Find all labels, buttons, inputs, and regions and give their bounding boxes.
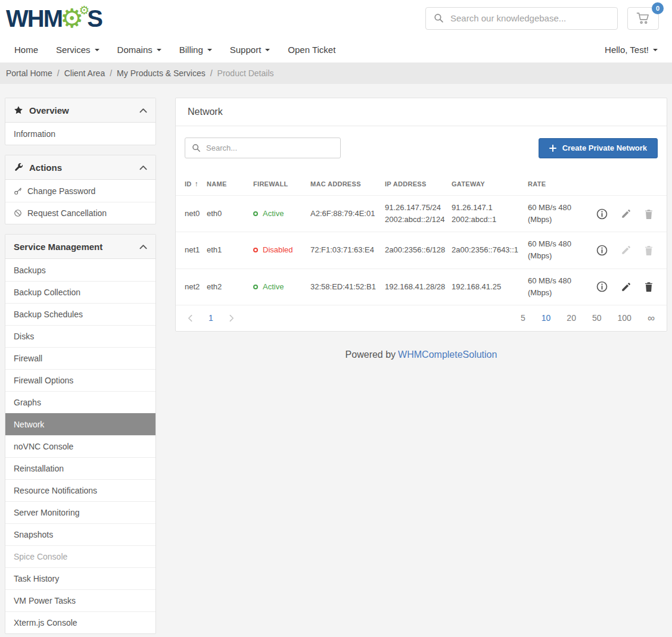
whmcs-logo[interactable]: WHM ⚙ ⚙ S (6, 5, 102, 32)
service-management-panel-header[interactable]: Service Management (5, 235, 155, 259)
nav-home[interactable]: Home (14, 45, 38, 55)
actions-menu: Change Password Request Cancellation (5, 180, 155, 224)
nav-support[interactable]: Support (230, 45, 270, 55)
edit-button[interactable] (621, 282, 631, 292)
breadcrumb-my-products[interactable]: My Products & Services (117, 68, 206, 78)
sidebar-item-resource-notifications[interactable]: Resource Notifications (5, 479, 155, 501)
header-actions: 0 (425, 7, 666, 30)
info-button[interactable] (596, 280, 608, 293)
page-body: Overview Information Actions Change Pass… (0, 84, 672, 637)
overview-panel-header[interactable]: Overview (5, 98, 155, 123)
cell-mac: 32:58:ED:41:52:B1 (310, 268, 385, 305)
sort-asc-icon: ↑ (195, 180, 198, 188)
user-menu[interactable]: Hello, Test! (605, 45, 658, 55)
nav-billing[interactable]: Billing (179, 45, 212, 55)
column-header-ip[interactable]: IP ADDRESS (385, 173, 452, 196)
menu-item-label: noVNC Console (14, 442, 73, 451)
menu-item-label: Reinstallation (14, 464, 64, 473)
sidebar-item-firewall-options[interactable]: Firewall Options (5, 369, 155, 391)
sidebar-item-snapshots[interactable]: Snapshots (5, 523, 155, 545)
page-size-unlimited[interactable]: ∞ (648, 313, 655, 323)
delete-button[interactable] (644, 208, 654, 220)
menu-item-label: Change Password (27, 186, 95, 196)
sidebar-item-backup-collection[interactable]: Backup Collection (5, 281, 155, 303)
breadcrumb-portal-home[interactable]: Portal Home (6, 68, 52, 78)
page-number[interactable]: 1 (209, 313, 213, 323)
service-management-panel: Service Management Backups Backup Collec… (5, 234, 156, 634)
info-button[interactable] (596, 208, 608, 220)
sidebar-item-task-history[interactable]: Task History (5, 567, 155, 589)
actions-panel-header[interactable]: Actions (5, 155, 155, 180)
page-size-20[interactable]: 20 (567, 313, 576, 323)
sidebar-item-disks[interactable]: Disks (5, 325, 155, 347)
sidebar-item-change-password[interactable]: Change Password (5, 180, 155, 202)
edit-button[interactable] (621, 245, 631, 255)
page-size-50[interactable]: 50 (592, 313, 602, 323)
user-menu-label: Hello, Test! (605, 45, 649, 55)
menu-item-label: Resource Notifications (14, 486, 97, 495)
whmcompletesolution-link[interactable]: WHMCompleteSolution (398, 349, 497, 360)
sidebar-item-request-cancellation[interactable]: Request Cancellation (5, 202, 155, 224)
cell-ip: 2a00:2356::6/128 (385, 232, 452, 268)
breadcrumb-client-area[interactable]: Client Area (64, 68, 105, 78)
page-size-options: 5 10 20 50 100 ∞ (521, 313, 655, 323)
prev-page-button[interactable] (188, 314, 192, 322)
sidebar-item-novnc-console[interactable]: noVNC Console (5, 435, 155, 457)
column-header-name[interactable]: NAME (207, 173, 253, 196)
edit-button[interactable] (621, 208, 631, 219)
firewall-status-label: Active (263, 208, 284, 220)
nav-domains[interactable]: Domains (117, 45, 161, 55)
cell-ip: 91.26.147.75/24 2002:abcd::2/124 (385, 196, 452, 232)
plus-icon (549, 145, 556, 152)
sidebar-item-reinstallation[interactable]: Reinstallation (5, 457, 155, 479)
column-header-firewall[interactable]: FIREWALL (253, 173, 310, 196)
menu-item-label: Server Monitoring (14, 508, 80, 517)
cell-firewall: Disabled (253, 232, 310, 268)
delete-button[interactable] (644, 245, 654, 256)
nav-open-ticket[interactable]: Open Ticket (288, 45, 335, 55)
sidebar-item-server-monitoring[interactable]: Server Monitoring (5, 501, 155, 523)
sidebar-item-vm-power-tasks[interactable]: VM Power Tasks (5, 589, 155, 611)
sidebar-item-spice-console[interactable]: Spice Console (5, 545, 155, 567)
menu-item-label: VM Power Tasks (14, 596, 76, 605)
column-label: ID (185, 180, 192, 188)
column-label: IP ADDRESS (385, 180, 427, 188)
create-private-network-button[interactable]: Create Private Network (539, 138, 658, 158)
cell-gateway: 2a00:2356::7643::1 (452, 232, 528, 268)
cell-rate: 60 MB/s 480 (Mbps) (528, 232, 589, 268)
cart-button[interactable]: 0 (627, 7, 659, 30)
info-icon (596, 280, 608, 293)
caret-down-icon (207, 49, 212, 51)
column-header-id[interactable]: ID↑ (176, 173, 207, 196)
sidebar-item-graphs[interactable]: Graphs (5, 391, 155, 413)
page-size-5[interactable]: 5 (521, 313, 525, 323)
menu-item-label: Snapshots (14, 530, 53, 539)
sidebar-item-backup-schedules[interactable]: Backup Schedules (5, 303, 155, 325)
sidebar-item-information[interactable]: Information (5, 123, 155, 145)
sidebar-item-xterm-js-console[interactable]: Xterm.js Console (5, 611, 155, 633)
breadcrumb-current: Product Details (217, 68, 274, 78)
nav-services[interactable]: Services (56, 45, 99, 55)
table-search-input[interactable] (206, 143, 334, 152)
cell-name: eth2 (207, 268, 253, 305)
next-page-button[interactable] (229, 314, 234, 322)
column-header-mac[interactable]: MAC ADDRESS (310, 173, 385, 196)
column-header-gateway[interactable]: GATEWAY (452, 173, 528, 196)
page-size-100[interactable]: 100 (618, 313, 631, 323)
cart-count-badge: 0 (652, 2, 664, 14)
sidebar-item-backups[interactable]: Backups (5, 259, 155, 281)
menu-item-label: Firewall (14, 354, 42, 363)
delete-button[interactable] (644, 281, 654, 292)
menu-item-label: Task History (14, 574, 59, 583)
menu-item-label: Xterm.js Console (14, 618, 77, 627)
page-size-10[interactable]: 10 (542, 313, 551, 323)
cell-firewall: Active (253, 196, 310, 232)
column-header-rate[interactable]: RATE (528, 173, 589, 196)
sidebar-item-network[interactable]: Network (5, 413, 155, 435)
column-label: RATE (528, 180, 546, 188)
pencil-icon (621, 245, 631, 255)
info-button[interactable] (596, 244, 608, 257)
sidebar-item-firewall[interactable]: Firewall (5, 347, 155, 369)
status-circle-icon (253, 211, 258, 216)
knowledgebase-search-input[interactable] (450, 13, 609, 23)
